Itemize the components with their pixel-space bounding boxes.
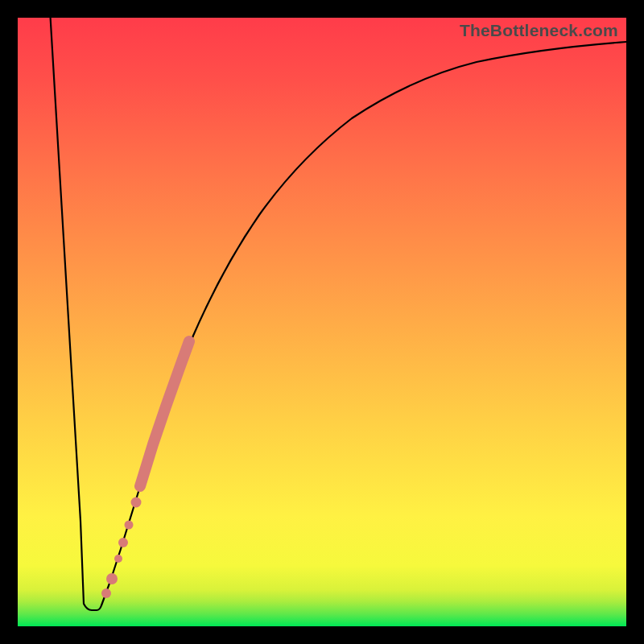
chart-frame: TheBottleneck.com [0, 0, 644, 644]
highlight-dot [114, 555, 122, 563]
highlight-thick-segment [140, 341, 189, 486]
main-curve [50, 10, 626, 610]
plot-area: TheBottleneck.com [18, 18, 626, 626]
highlight-dot [131, 497, 142, 508]
curve-svg [18, 18, 626, 626]
highlight-dot [101, 588, 111, 598]
highlight-dot [106, 573, 118, 584]
highlight-dot [125, 521, 134, 530]
highlight-dot [118, 538, 128, 547]
